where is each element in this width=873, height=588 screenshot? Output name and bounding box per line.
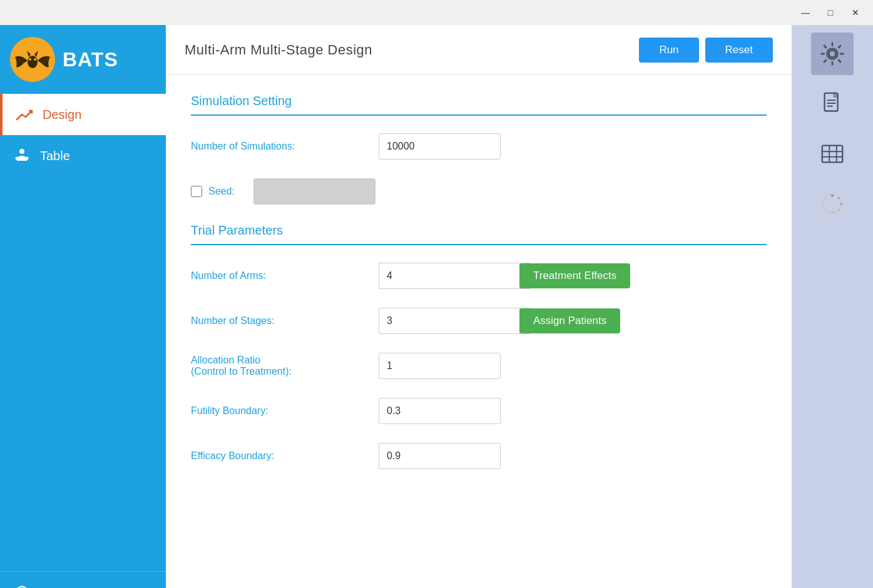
table-icon xyxy=(819,141,845,167)
svg-point-1 xyxy=(28,56,38,68)
sidebar-item-documentation[interactable]: Documentation xyxy=(0,571,166,588)
main-content: Multi-Arm Multi-Stage Design Run Reset S… xyxy=(166,25,792,588)
svg-point-26 xyxy=(825,209,827,211)
svg-rect-15 xyxy=(822,146,842,163)
sidebar-nav: Design Table xyxy=(0,94,166,571)
logo-icon xyxy=(10,37,55,82)
num-arms-input[interactable] xyxy=(379,263,519,289)
close-button[interactable]: ✕ xyxy=(844,3,867,22)
minimize-button[interactable]: — xyxy=(794,3,817,22)
design-icon xyxy=(15,105,34,124)
bat-logo-svg xyxy=(10,37,55,82)
documentation-icon xyxy=(13,583,31,588)
spinner-panel-icon[interactable] xyxy=(811,183,854,225)
svg-point-8 xyxy=(26,157,29,160)
allocation-ratio-input[interactable] xyxy=(379,353,501,379)
futility-boundary-row: Futility Boundary: xyxy=(191,398,767,424)
maximize-button[interactable]: □ xyxy=(819,3,842,22)
trial-section-title: Trial Parameters xyxy=(191,223,767,238)
spinner-icon xyxy=(819,191,845,217)
svg-point-5 xyxy=(34,58,36,61)
document-panel-icon[interactable] xyxy=(811,83,854,125)
num-stages-dropdown xyxy=(379,308,501,334)
trial-parameters-section: Trial Parameters Number of Arms: xyxy=(191,223,767,469)
app-name: BATS xyxy=(63,48,118,71)
svg-point-7 xyxy=(16,157,19,160)
num-simulations-label: Number of Simulations: xyxy=(191,141,366,152)
logo-area: BATS xyxy=(0,25,166,94)
svg-point-23 xyxy=(840,203,842,205)
svg-point-25 xyxy=(831,211,834,213)
futility-boundary-label: Futility Boundary: xyxy=(191,405,366,417)
titlebar: Multi-Arm Multi-Stage Design Run Reset xyxy=(166,25,792,75)
table-nav-icon xyxy=(13,146,31,165)
trial-divider xyxy=(191,244,767,245)
seed-input xyxy=(253,178,375,205)
efficacy-boundary-label: Efficacy Boundary: xyxy=(191,450,366,462)
futility-boundary-input[interactable] xyxy=(379,398,501,424)
efficacy-boundary-row: Efficacy Boundary: xyxy=(191,443,767,469)
sidebar-item-design[interactable]: Design xyxy=(0,94,166,135)
seed-checkbox-label[interactable]: Seed: xyxy=(191,186,235,197)
seed-label-text: Seed: xyxy=(208,186,235,197)
svg-point-22 xyxy=(838,197,840,200)
simulation-section-title: Simulation Setting xyxy=(191,94,767,108)
svg-point-28 xyxy=(825,197,827,200)
simulation-section: Simulation Setting Number of Simulations… xyxy=(191,94,767,205)
reset-button[interactable]: Reset xyxy=(705,38,773,63)
svg-point-6 xyxy=(19,149,24,154)
run-button[interactable]: Run xyxy=(639,38,698,63)
gear-panel-icon[interactable] xyxy=(811,33,854,75)
num-simulations-input[interactable] xyxy=(379,133,501,160)
num-stages-label: Number of Stages: xyxy=(191,315,366,327)
seed-row: Seed: xyxy=(191,178,767,205)
documentation-label: Documentation xyxy=(40,586,116,589)
form-area: Simulation Setting Number of Simulations… xyxy=(166,75,792,588)
simulation-divider xyxy=(191,114,767,116)
treatment-effects-button[interactable]: Treatment Effects xyxy=(519,263,630,288)
num-arms-dropdown xyxy=(379,263,501,289)
sidebar: BATS Design xyxy=(0,25,166,588)
efficacy-boundary-input[interactable] xyxy=(379,443,501,469)
table-label: Table xyxy=(40,149,70,163)
gear-icon xyxy=(819,41,845,67)
allocation-ratio-label: Allocation Ratio (Control to Treatment): xyxy=(191,355,366,377)
titlebar-buttons: Run Reset xyxy=(639,38,773,63)
table-panel-icon[interactable] xyxy=(811,133,854,175)
svg-point-9 xyxy=(829,50,835,57)
svg-point-21 xyxy=(831,195,834,197)
assign-patients-button[interactable]: Assign Patients xyxy=(519,308,620,333)
num-arms-row: Number of Arms: Treatment Effects xyxy=(191,263,767,289)
num-simulations-row: Number of Simulations: xyxy=(191,133,767,160)
svg-point-4 xyxy=(29,58,31,61)
document-icon xyxy=(819,91,845,117)
page-title: Multi-Arm Multi-Stage Design xyxy=(185,42,372,58)
num-stages-row: Number of Stages: Assign Patients xyxy=(191,308,767,334)
num-stages-input[interactable] xyxy=(379,308,519,334)
num-arms-label: Number of Arms: xyxy=(191,270,366,281)
allocation-ratio-row: Allocation Ratio (Control to Treatment): xyxy=(191,353,767,379)
design-label: Design xyxy=(43,108,81,122)
sidebar-item-table[interactable]: Table xyxy=(0,135,166,176)
window-chrome: — □ ✕ xyxy=(0,0,873,25)
seed-checkbox[interactable] xyxy=(191,186,202,197)
svg-point-24 xyxy=(838,209,840,211)
right-panel xyxy=(792,25,873,588)
svg-point-27 xyxy=(822,203,825,205)
